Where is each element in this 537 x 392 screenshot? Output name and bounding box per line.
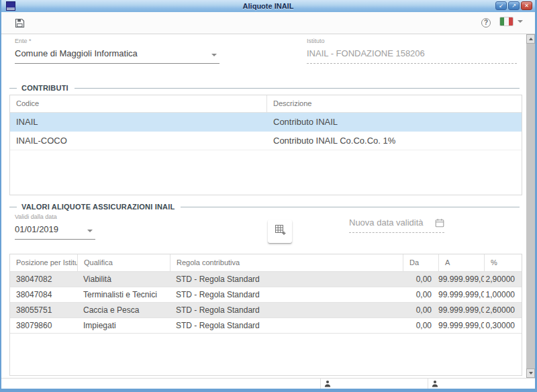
valid-from-value: 01/01/2019 xyxy=(15,223,95,236)
cell-regola: STD - Regola Standard xyxy=(170,287,403,302)
contributi-row-inail-coco[interactable]: INAIL-COCO Contributo INAIL Co.Co.Co. 1% xyxy=(10,132,522,150)
cell-percent: 2,90000 xyxy=(484,272,522,287)
column-header-percent[interactable]: % xyxy=(484,254,522,271)
rates-table: Posizione per Istituto Qualifica Regola … xyxy=(9,254,522,376)
cell-codice: INAIL xyxy=(10,113,267,131)
column-header-regola[interactable]: Regola contributiva xyxy=(170,254,403,271)
ente-value: Comune di Maggioli Informatica xyxy=(15,47,219,60)
question-icon: ? xyxy=(484,19,488,26)
cell-posizione: 38055751 xyxy=(10,303,77,317)
help-button[interactable]: ? xyxy=(481,18,491,28)
title-bar: Aliquote INAIL ↙ ↗ ✕ xyxy=(1,0,535,12)
cell-da: 0,00 xyxy=(403,318,438,333)
cell-codice: INAIL-COCO xyxy=(10,132,267,150)
save-button[interactable] xyxy=(15,18,26,29)
arrow-up-icon xyxy=(529,38,533,40)
floppy-disk-icon xyxy=(15,19,25,30)
cell-a: 99.999.999,00 xyxy=(438,287,484,302)
calendar-icon[interactable] xyxy=(435,218,444,230)
valori-section-header: VALORI ALIQUOTE ASSICURAZIONI INAIL xyxy=(9,203,520,211)
cell-a: 99.999.999,00 xyxy=(438,272,484,287)
valid-from-label: Validi dalla data xyxy=(15,213,95,220)
cell-qualifica: Viabilità xyxy=(77,272,170,287)
minimize-button[interactable]: ↙ xyxy=(495,1,507,10)
person-icon xyxy=(324,380,331,387)
content-area: Ente * Comune di Maggioli Informatica Is… xyxy=(1,34,526,378)
rates-row[interactable]: 38047084 Terminalisti e Tecnici STD - Re… xyxy=(10,287,522,303)
cell-a: 99.999.999,00 xyxy=(438,303,484,317)
column-header-codice[interactable]: Codice xyxy=(10,95,267,112)
istituto-label: Istituto xyxy=(307,38,517,44)
valori-section-title: VALORI ALIQUOTE ASSICURAZIONI INAIL xyxy=(21,203,175,211)
cell-descrizione: Contributo INAIL Co.Co.Co. 1% xyxy=(267,132,522,150)
status-cell xyxy=(1,379,320,389)
rates-row[interactable]: 38055751 Caccia e Pesca STD - Regola Sta… xyxy=(10,303,522,318)
cell-descrizione: Contributo INAIL xyxy=(267,113,522,131)
scroll-down-button[interactable] xyxy=(526,369,535,378)
add-rates-grid-button[interactable] xyxy=(268,219,292,243)
valid-from-select[interactable]: Validi dalla data 01/01/2019 xyxy=(15,213,95,240)
contributi-section-title: CONTRIBUTI xyxy=(21,84,68,92)
ente-select[interactable]: Ente * Comune di Maggioli Informatica xyxy=(15,38,219,64)
scroll-up-button[interactable] xyxy=(526,34,535,44)
cell-qualifica: Caccia e Pesca xyxy=(77,303,170,317)
italian-flag-icon xyxy=(499,17,514,26)
rates-row[interactable]: 38047082 Viabilità STD - Regola Standard… xyxy=(10,272,522,287)
cell-regola: STD - Regola Standard xyxy=(170,272,403,287)
cell-posizione: 38079860 xyxy=(10,318,77,333)
cell-qualifica: Impiegati xyxy=(77,318,170,333)
istituto-field: Istituto INAIL - FONDAZIONE 158206 xyxy=(307,38,517,64)
column-header-posizione[interactable]: Posizione per Istituto xyxy=(10,254,77,271)
cell-percent: 0,30000 xyxy=(484,318,522,333)
cell-regola: STD - Regola Standard xyxy=(170,318,403,333)
new-validity-date-input[interactable]: Nuova data validità xyxy=(349,216,444,233)
chevron-down-icon xyxy=(518,20,523,23)
close-button[interactable]: ✕ xyxy=(521,1,532,10)
contributi-table-header: Codice Descrizione xyxy=(10,95,522,113)
contributi-table: Codice Descrizione INAIL Contributo INAI… xyxy=(9,95,522,195)
cell-percent: 1,00000 xyxy=(484,287,522,302)
column-header-qualifica[interactable]: Qualifica xyxy=(77,254,170,271)
app-logo-icon xyxy=(6,1,15,11)
cell-posizione: 38047082 xyxy=(10,272,77,287)
rates-row[interactable]: 38079860 Impiegati STD - Regola Standard… xyxy=(10,318,522,334)
cell-regola: STD - Regola Standard xyxy=(170,303,403,317)
istituto-value: INAIL - FONDAZIONE 158206 xyxy=(307,47,517,60)
cell-posizione: 38047084 xyxy=(10,287,77,302)
chevron-down-icon xyxy=(87,230,93,232)
cell-a: 99.999.999,00 xyxy=(438,318,484,333)
app-window: Aliquote INAIL ↙ ↗ ✕ ? xyxy=(0,0,537,392)
rates-table-header: Posizione per Istituto Qualifica Regola … xyxy=(10,254,522,272)
cell-da: 0,00 xyxy=(403,272,438,287)
cell-qualifica: Terminalisti e Tecnici xyxy=(77,287,170,302)
person-icon xyxy=(432,380,438,387)
cell-da: 0,00 xyxy=(403,303,438,317)
column-header-descrizione[interactable]: Descrizione xyxy=(267,95,522,112)
arrow-down-icon xyxy=(529,372,533,375)
vertical-scrollbar[interactable] xyxy=(526,34,535,378)
window-controls: ↙ ↗ ✕ xyxy=(495,1,532,10)
column-header-da[interactable]: Da xyxy=(403,254,438,271)
language-selector[interactable] xyxy=(499,17,523,26)
window-title: Aliquote INAIL xyxy=(1,2,535,10)
maximize-button[interactable]: ↗ xyxy=(508,1,520,10)
contributi-row-inail[interactable]: INAIL Contributo INAIL xyxy=(10,113,522,132)
cell-percent: 2,60000 xyxy=(484,303,522,317)
new-validity-date-placeholder: Nuova data validità xyxy=(349,216,444,230)
modified-by-field xyxy=(428,379,535,389)
ente-label: Ente * xyxy=(15,38,219,44)
table-plus-icon xyxy=(275,224,286,238)
status-bar xyxy=(1,378,535,389)
cell-da: 0,00 xyxy=(403,287,438,302)
column-header-a[interactable]: A xyxy=(438,254,484,271)
chevron-down-icon xyxy=(211,54,217,56)
contributi-section-header: CONTRIBUTI xyxy=(9,84,520,92)
toolbar: ? xyxy=(1,12,535,34)
created-by-field xyxy=(320,379,428,389)
